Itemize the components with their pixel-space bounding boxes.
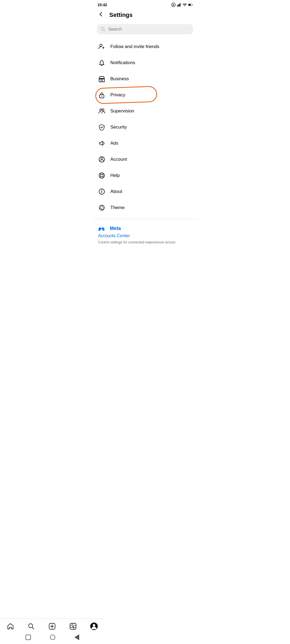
section-divider bbox=[93, 219, 197, 219]
notifications-label: Notifications bbox=[110, 60, 135, 65]
svg-rect-2 bbox=[177, 5, 178, 6]
follow-invite-label: Follow and invite friends bbox=[110, 44, 159, 49]
settings-item-privacy[interactable]: Privacy bbox=[93, 87, 197, 103]
settings-item-help[interactable]: Help bbox=[93, 167, 197, 184]
meta-section: Meta Accounts Center Control settings fo… bbox=[93, 220, 197, 247]
svg-rect-13 bbox=[101, 80, 103, 82]
page-title: Settings bbox=[109, 12, 133, 19]
megaphone-icon bbox=[98, 140, 106, 147]
store-icon bbox=[98, 75, 106, 83]
bell-icon bbox=[98, 59, 106, 67]
settings-item-security[interactable]: Security bbox=[93, 119, 197, 135]
accounts-center-link[interactable]: Accounts Center bbox=[98, 233, 192, 238]
svg-point-16 bbox=[100, 109, 102, 111]
search-bar[interactable] bbox=[97, 24, 193, 34]
account-circle-icon bbox=[98, 156, 106, 163]
battery-icon bbox=[188, 3, 193, 7]
supervision-icon bbox=[98, 107, 106, 115]
theme-label: Theme bbox=[110, 205, 125, 210]
meta-logo-icon bbox=[98, 226, 108, 231]
lock-icon bbox=[98, 91, 106, 99]
account-label: Account bbox=[110, 157, 127, 162]
settings-item-supervision[interactable]: Supervision bbox=[93, 103, 197, 119]
settings-item-account[interactable]: Account bbox=[93, 151, 197, 167]
meta-description: Control settings for connected experienc… bbox=[98, 240, 192, 245]
status-time: 15:42 bbox=[97, 3, 107, 7]
svg-point-27 bbox=[103, 207, 104, 208]
settings-list: Follow and invite friends Notifications … bbox=[93, 39, 197, 218]
svg-rect-9 bbox=[192, 4, 192, 5]
help-label: Help bbox=[110, 173, 120, 178]
svg-point-25 bbox=[100, 207, 101, 207]
search-icon bbox=[101, 27, 106, 32]
business-label: Business bbox=[110, 76, 129, 82]
shield-icon bbox=[98, 123, 106, 131]
add-person-icon bbox=[98, 43, 106, 50]
svg-point-23 bbox=[102, 190, 102, 191]
svg-point-10 bbox=[101, 27, 104, 30]
carrier-icon: R bbox=[171, 3, 176, 7]
meta-logo: Meta bbox=[98, 226, 192, 231]
page-header: Settings bbox=[93, 9, 197, 23]
svg-point-26 bbox=[102, 206, 103, 207]
signal-icon bbox=[177, 3, 181, 7]
svg-rect-5 bbox=[180, 3, 181, 6]
settings-item-ads[interactable]: Ads bbox=[93, 135, 197, 151]
svg-point-15 bbox=[102, 96, 102, 97]
info-icon bbox=[98, 188, 106, 195]
settings-item-theme[interactable]: Theme bbox=[93, 200, 197, 216]
supervision-label: Supervision bbox=[110, 108, 134, 114]
settings-item-about[interactable]: About bbox=[93, 184, 197, 200]
wifi-icon bbox=[183, 3, 187, 7]
svg-text:R: R bbox=[173, 4, 175, 6]
settings-item-follow-invite[interactable]: Follow and invite friends bbox=[93, 39, 197, 55]
svg-point-17 bbox=[102, 109, 104, 111]
about-label: About bbox=[110, 189, 122, 194]
privacy-label: Privacy bbox=[110, 92, 125, 98]
meta-logo-text: Meta bbox=[110, 226, 121, 231]
svg-point-11 bbox=[100, 44, 102, 47]
svg-rect-4 bbox=[179, 4, 180, 6]
svg-rect-3 bbox=[178, 5, 179, 6]
settings-item-business[interactable]: Business bbox=[93, 71, 197, 87]
settings-item-notifications[interactable]: Notifications bbox=[93, 55, 197, 71]
ads-label: Ads bbox=[110, 141, 118, 146]
palette-icon bbox=[98, 204, 106, 211]
svg-point-19 bbox=[101, 158, 103, 160]
lifebuoy-icon bbox=[98, 172, 106, 179]
svg-rect-8 bbox=[189, 4, 191, 6]
back-button[interactable] bbox=[97, 10, 105, 20]
status-icons: R bbox=[171, 3, 193, 7]
svg-point-24 bbox=[99, 205, 104, 210]
security-label: Security bbox=[110, 125, 127, 130]
search-container bbox=[93, 23, 197, 39]
status-bar: 15:42 R bbox=[93, 0, 197, 9]
svg-point-6 bbox=[184, 6, 185, 6]
search-input[interactable] bbox=[108, 27, 189, 32]
